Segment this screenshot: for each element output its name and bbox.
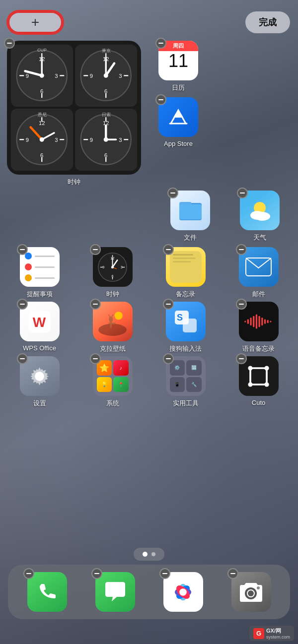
weather-label: 天气 (253, 233, 266, 242)
notes-icon-wrap (166, 247, 206, 287)
svg-rect-88 (259, 316, 260, 327)
svg-line-49 (181, 115, 186, 124)
dock-item-camera[interactable] (231, 572, 271, 612)
svg-line-78 (108, 314, 110, 317)
phone-icon (27, 572, 67, 612)
app-item-appstore[interactable]: App Store (146, 97, 211, 147)
app-item-calendar[interactable]: 周四 11 日历 (146, 41, 211, 92)
remove-cuto-badge[interactable] (236, 353, 247, 364)
remove-wallpaper-badge[interactable] (90, 299, 101, 310)
dock-item-photos[interactable] (163, 572, 203, 612)
remove-phone-badge[interactable] (23, 568, 34, 579)
add-widget-button[interactable]: + (8, 11, 63, 33)
calendar-label: 日历 (172, 83, 185, 92)
city-tokyo: 東京 (75, 48, 137, 54)
svg-text:9: 9 (26, 137, 29, 143)
remove-reminders-badge[interactable] (17, 244, 28, 255)
remove-utility-badge[interactable] (163, 353, 174, 364)
appstore-icon-wrap (158, 97, 198, 137)
remove-wps-badge[interactable] (17, 299, 28, 310)
clock-widget[interactable]: CUP 12 3 6 9 (7, 41, 141, 175)
app-item-system[interactable]: ⭐ ♪ 💡 📍 系统 (80, 356, 145, 408)
remove-settings-badge[interactable] (17, 353, 28, 364)
done-button[interactable]: 完成 (245, 11, 290, 33)
app-item-cuto[interactable]: Cuto (226, 356, 291, 408)
mail-label: 邮件 (252, 290, 265, 299)
remove-mail-badge[interactable] (236, 244, 247, 255)
row-2: 文件 天气 (3, 191, 295, 242)
remove-files-badge[interactable] (167, 188, 178, 198)
files-icon-wrap (170, 191, 210, 230)
app-item-voice[interactable]: 语音备忘录 (226, 302, 291, 353)
camera-icon (231, 572, 271, 612)
photos-icon (163, 572, 203, 612)
svg-line-79 (112, 314, 113, 317)
row-4: W WPS Office (3, 302, 295, 353)
remove-clock2-badge[interactable] (90, 244, 101, 255)
reminders-label: 提醒事项 (27, 290, 53, 299)
svg-line-48 (171, 115, 176, 124)
dock-item-messages[interactable] (95, 572, 135, 612)
remove-notes-badge[interactable] (163, 244, 174, 255)
svg-text:6: 6 (40, 89, 43, 95)
row-1: CUP 12 3 6 9 (3, 41, 295, 187)
svg-text:3: 3 (55, 73, 58, 79)
svg-point-35 (40, 137, 44, 142)
remove-messages-badge[interactable] (91, 568, 102, 579)
remove-appstore-badge[interactable] (155, 94, 166, 105)
remove-voice-badge[interactable] (236, 299, 247, 310)
svg-point-77 (109, 316, 113, 322)
svg-text:6: 6 (112, 274, 114, 278)
remove-system-badge[interactable] (90, 353, 101, 364)
city-sydney: 悉尼 (11, 112, 73, 118)
app-item-settings[interactable]: 设置 (7, 356, 72, 408)
clock2-icon-wrap: 12 3 6 9 (93, 247, 133, 287)
app-item-sogou[interactable]: S 搜狗输入法 (153, 302, 218, 353)
clock2-label: 时钟 (106, 290, 119, 299)
app-item-notes[interactable]: 备忘录 (153, 247, 218, 299)
app-item-weather[interactable]: 天气 (227, 191, 292, 242)
svg-rect-95 (250, 368, 267, 385)
remove-weather-badge[interactable] (237, 188, 248, 198)
app-item-wallpaper[interactable]: 克拉壁纸 (80, 302, 145, 353)
remove-sogou-badge[interactable] (163, 299, 174, 310)
svg-point-111 (257, 586, 260, 589)
app-item-files[interactable]: 文件 (158, 191, 223, 242)
voice-icon-wrap (239, 302, 279, 341)
watermark-box: G GX/网 system.com (249, 626, 294, 641)
wallpaper-label: 克拉壁纸 (100, 344, 126, 353)
wps-icon-wrap: W (20, 302, 60, 341)
top-bar: + 完成 (0, 0, 298, 40)
app-item-mail[interactable]: 邮件 (226, 247, 291, 299)
appstore-label: App Store (164, 140, 193, 147)
svg-rect-53 (179, 204, 202, 219)
svg-point-73 (115, 312, 123, 320)
remove-photos-badge[interactable] (159, 568, 170, 579)
settings-label: 设置 (33, 399, 46, 408)
svg-rect-87 (256, 314, 257, 328)
svg-point-110 (248, 590, 254, 596)
plus-icon: + (31, 14, 39, 30)
svg-point-97 (264, 366, 269, 370)
svg-text:9: 9 (26, 73, 29, 79)
clock-face-cup: CUP 12 3 6 9 (11, 45, 73, 107)
svg-text:9: 9 (90, 73, 93, 79)
svg-text:3: 3 (119, 73, 122, 79)
remove-camera-badge[interactable] (227, 568, 238, 579)
app-item-clock2[interactable]: 12 3 6 9 时钟 (80, 247, 145, 299)
svg-text:3: 3 (119, 137, 122, 143)
clock-widget-wrap: CUP 12 3 6 9 (7, 41, 141, 187)
svg-text:S: S (176, 313, 182, 322)
svg-point-74 (98, 323, 127, 335)
cuto-icon-wrap (239, 356, 279, 396)
clock-face-sydney: 悉尼 12 3 6 9 (11, 109, 73, 171)
page-indicator (134, 548, 164, 561)
svg-text:9: 9 (90, 137, 93, 143)
app-item-reminders[interactable]: 提醒事项 (7, 247, 72, 299)
page-dot-2 (151, 552, 155, 556)
app-item-wps[interactable]: W WPS Office (7, 302, 72, 353)
svg-point-56 (254, 212, 270, 221)
app-item-utility[interactable]: ⚙️ 🔢 📱 🔧 实用工具 (153, 356, 218, 408)
settings-icon-wrap (20, 356, 60, 396)
dock-item-phone[interactable] (27, 572, 67, 612)
